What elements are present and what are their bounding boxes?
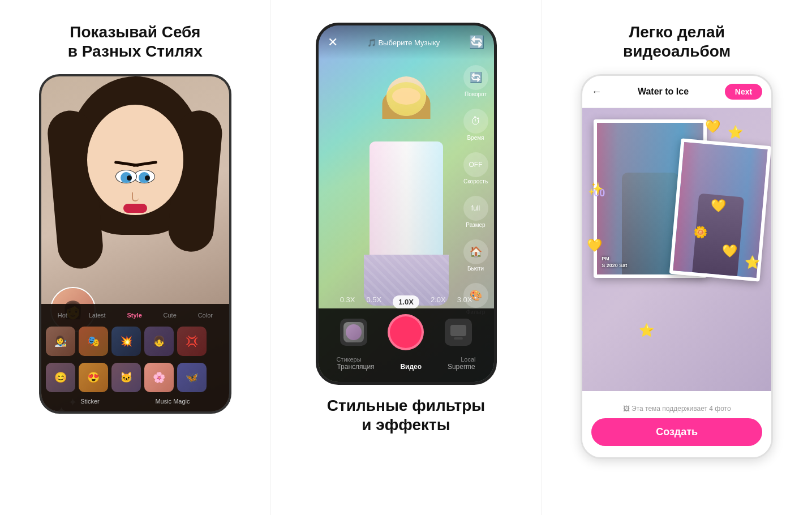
filter-thumb-inner-2: 🎭 bbox=[79, 327, 108, 356]
zoom-20x[interactable]: 2.0X bbox=[431, 295, 446, 308]
filter-thumb-inner-9: 🌸 bbox=[144, 363, 174, 392]
zoom-controls[interactable]: 0.3X 0.5X 1.0X 2.0X 3.0X bbox=[319, 295, 494, 308]
center-bottom-heading: Стильные фильтры и эффекты bbox=[327, 396, 485, 434]
eyebrow-right bbox=[114, 161, 139, 167]
cam-size-label: Размер bbox=[466, 222, 485, 228]
next-button[interactable]: Next bbox=[725, 84, 762, 100]
eye-white-right bbox=[115, 170, 137, 183]
filter-tab-color[interactable]: Color bbox=[198, 312, 213, 319]
daisy-sticker: 🌼 bbox=[693, 225, 708, 239]
star-sticker-3: ⭐ bbox=[639, 323, 654, 338]
cam-time-label: Время bbox=[467, 135, 484, 141]
cam-size-circle: full bbox=[463, 196, 488, 221]
timestamp-date: S 2020 Sat bbox=[602, 263, 627, 269]
eye-iris-left bbox=[139, 172, 150, 183]
mode-superme[interactable]: Superme bbox=[448, 363, 475, 371]
filter-thumb-2[interactable]: 🎭 bbox=[79, 327, 108, 356]
filter-thumb-inner-10: 🦋 bbox=[177, 363, 207, 392]
shutter-button[interactable] bbox=[388, 314, 424, 350]
filter-thumb-5[interactable]: 💢 bbox=[177, 327, 207, 356]
heart-sticker-1: 💛 bbox=[705, 119, 720, 134]
right-bottom-area: 🖼 Эта тема поддерживает 4 фото Создать bbox=[582, 399, 771, 457]
filter-thumb-inner-5: 💢 bbox=[177, 327, 207, 356]
create-button[interactable]: Создать bbox=[591, 418, 762, 446]
zoom-30x[interactable]: 3.0X bbox=[457, 295, 472, 308]
anime-face bbox=[41, 76, 229, 304]
camera-right-icons: 🔄 Поворот ⏱ Время OFF Скорость full Разм… bbox=[463, 65, 488, 315]
zoom-10x[interactable]: 1.0X bbox=[393, 295, 419, 308]
filter-thumb-10[interactable]: 🦋 bbox=[177, 363, 207, 392]
zoom-05x[interactable]: 0.5X bbox=[366, 295, 381, 308]
eye-right bbox=[115, 170, 137, 183]
music-label[interactable]: 🎵 Выберите Музыку bbox=[367, 38, 440, 47]
left-panel: Показывай Себя в Разных Стилях bbox=[0, 0, 271, 515]
filter-tab-style[interactable]: Style bbox=[127, 312, 141, 319]
cam-icon-rotate[interactable]: 🔄 Поворот bbox=[463, 65, 488, 97]
filter-row-2: 😊 😍 🐱 🌸 🦋 bbox=[41, 360, 229, 394]
cam-icon-size[interactable]: full Размер bbox=[463, 196, 488, 228]
mode-row[interactable]: Трансляция Видео Superme bbox=[319, 363, 494, 371]
rotate-icon[interactable]: 🔄 bbox=[469, 35, 484, 50]
star-sticker-2: ⭐ bbox=[745, 255, 760, 270]
filter-thumb-9[interactable]: 🌸 bbox=[144, 363, 174, 392]
cam-time-circle: ⏱ bbox=[463, 109, 488, 134]
filter-thumb-4[interactable]: 👧 bbox=[144, 327, 174, 356]
cam-icon-time[interactable]: ⏱ Время bbox=[463, 109, 488, 141]
back-arrow-icon[interactable]: ← bbox=[591, 86, 602, 98]
local-button[interactable] bbox=[445, 319, 472, 346]
heart-sticker-3: 💛 bbox=[587, 238, 602, 253]
filter-tab-hot[interactable]: Hot bbox=[58, 312, 67, 319]
filter-thumb-1[interactable]: 👩‍🎨 bbox=[46, 327, 75, 356]
mode-label-stickers: Стикеры bbox=[336, 356, 361, 363]
filter-thumb-3[interactable]: 💥 bbox=[111, 327, 141, 356]
eye-pupil-right bbox=[127, 175, 132, 181]
camera-top-bar: ✕ 🎵 Выберите Музыку 🔄 bbox=[319, 25, 494, 59]
phone-bottom-bar: Hot Latest Style Cute Color 👩‍🎨 🎭 💥 bbox=[41, 304, 229, 411]
cam-speed-circle: OFF bbox=[463, 152, 488, 177]
mode-video[interactable]: Видео bbox=[400, 363, 422, 371]
mode-broadcast[interactable]: Трансляция bbox=[337, 363, 374, 371]
eye-pupil-left bbox=[145, 175, 150, 181]
eye-iris-right bbox=[121, 172, 132, 183]
filter-thumb-inner-6: 😊 bbox=[46, 363, 75, 392]
right-panel: Легко делай видеоальбом ← Water to Ice N… bbox=[542, 0, 812, 515]
right-screen-title: Water to Ice bbox=[638, 87, 689, 97]
cam-rotate-circle: 🔄 bbox=[463, 65, 488, 90]
bottom-label-sticker: Sticker bbox=[80, 398, 100, 405]
lips bbox=[123, 204, 147, 213]
star-sticker-1: ⭐ bbox=[728, 125, 743, 140]
left-heading: Показывай Себя в Разных Стилях bbox=[68, 23, 203, 61]
filter-thumb-inner-4: 👧 bbox=[144, 327, 174, 356]
filter-thumb-7[interactable]: 😍 bbox=[79, 363, 108, 392]
cam-speed-label: Скорость bbox=[463, 178, 488, 184]
cam-icon-speed[interactable]: OFF Скорость bbox=[463, 152, 488, 184]
camera-bottom-bar: Стикеры —— —— Local Трансляция Видео Sup… bbox=[319, 308, 494, 382]
filter-tab-latest[interactable]: Latest bbox=[89, 312, 106, 319]
filter-thumb-inner-7: 😍 bbox=[79, 363, 108, 392]
cam-rotate-label: Поворот bbox=[465, 91, 487, 97]
filter-thumb-6[interactable]: 😊 bbox=[46, 363, 75, 392]
cam-head bbox=[386, 76, 426, 116]
cam-beauty-label: Бьюти bbox=[467, 265, 484, 272]
right-phone-mockup: ← Water to Ice Next bbox=[581, 74, 773, 459]
filter-thumb-inner-1: 👩‍🎨 bbox=[46, 327, 75, 356]
filter-tabs-row[interactable]: Hot Latest Style Cute Color bbox=[41, 308, 229, 322]
phone-bottom-labels: Sticker Music Magic bbox=[41, 394, 229, 405]
sparkle-sticker-1: ✨ bbox=[588, 182, 603, 196]
nose bbox=[132, 192, 139, 201]
filter-tab-cute[interactable]: Cute bbox=[164, 312, 177, 319]
zoom-03x[interactable]: 0.3X bbox=[340, 295, 355, 308]
cam-icon-beauty[interactable]: 🏠 Бьюти bbox=[463, 239, 488, 272]
center-panel: ✕ 🎵 Выберите Музыку 🔄 🔄 Поворот ⏱ Время … bbox=[271, 0, 542, 515]
right-top-bar: ← Water to Ice Next bbox=[582, 76, 771, 108]
filter-thumb-8[interactable]: 🐱 bbox=[111, 363, 141, 392]
camera-screen: ✕ 🎵 Выберите Музыку 🔄 🔄 Поворот ⏱ Время … bbox=[319, 25, 494, 382]
right-heading: Легко делай видеоальбом bbox=[623, 23, 731, 61]
mode-label-local: Local bbox=[461, 356, 475, 363]
timestamp-pm: PM bbox=[602, 256, 627, 263]
stickers-button[interactable] bbox=[340, 319, 367, 346]
close-icon[interactable]: ✕ bbox=[328, 35, 338, 50]
filter-thumb-inner-8: 🐱 bbox=[111, 363, 141, 392]
face-oval bbox=[87, 105, 183, 215]
bottom-label-music-magic: Music Magic bbox=[155, 398, 190, 405]
